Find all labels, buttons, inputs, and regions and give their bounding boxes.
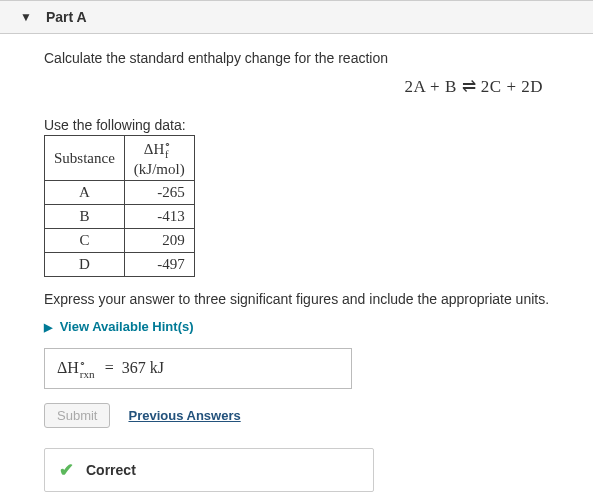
table-row: D -497: [45, 253, 195, 277]
data-table: Substance ΔH∘f (kJ/mol) A -265 B -413 C …: [44, 135, 195, 277]
part-title: Part A: [46, 9, 87, 25]
part-content: Calculate the standard enthalpy change f…: [0, 34, 593, 502]
collapse-icon: ▼: [20, 10, 32, 24]
reaction-equation: 2A + B ⇌ 2C + 2D: [44, 76, 593, 97]
feedback-box: ✔ Correct: [44, 448, 374, 492]
hints-label: View Available Hint(s): [60, 319, 194, 334]
data-intro: Use the following data:: [44, 117, 593, 133]
part-header[interactable]: ▼ Part A: [0, 0, 593, 34]
table-row: B -413: [45, 205, 195, 229]
submit-row: Submit Previous Answers: [44, 403, 593, 428]
col-substance: Substance: [45, 136, 125, 181]
check-icon: ✔: [59, 459, 74, 481]
submit-button[interactable]: Submit: [44, 403, 110, 428]
answer-display: ΔH∘rxn = 367 kJ: [44, 348, 352, 389]
feedback-status: Correct: [86, 462, 136, 478]
previous-answers-link[interactable]: Previous Answers: [128, 408, 240, 423]
view-hints-toggle[interactable]: ▶ View Available Hint(s): [44, 319, 593, 334]
table-row: C 209: [45, 229, 195, 253]
answer-instruction: Express your answer to three significant…: [44, 291, 593, 307]
table-row: A -265: [45, 181, 195, 205]
col-enthalpy: ΔH∘f (kJ/mol): [124, 136, 194, 181]
question-prompt: Calculate the standard enthalpy change f…: [44, 50, 593, 66]
chevron-right-icon: ▶: [44, 321, 52, 333]
table-header-row: Substance ΔH∘f (kJ/mol): [45, 136, 195, 181]
